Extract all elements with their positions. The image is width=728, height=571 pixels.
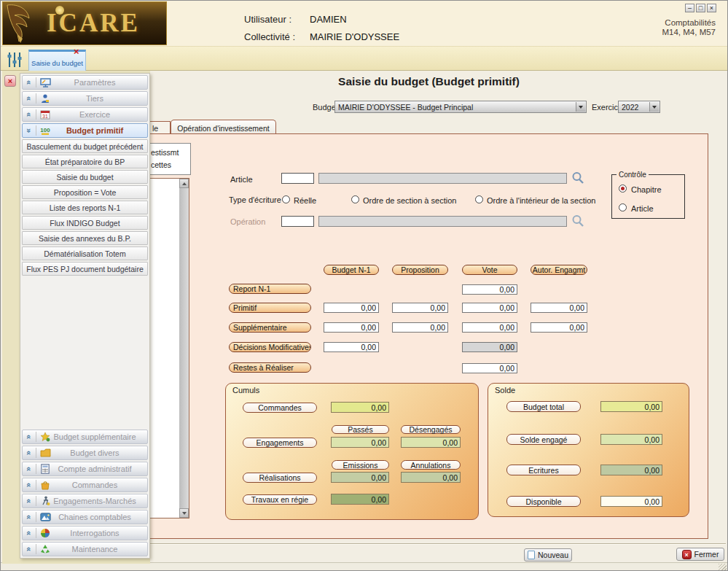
operation-code-input[interactable]	[281, 216, 314, 227]
sidebar-item-flux-indigo[interactable]: Flux INDIGO Budget	[22, 216, 148, 230]
travaux-value	[331, 494, 389, 505]
minimize-button[interactable]: –	[685, 4, 694, 12]
controle-fieldset: Contrôle Chapitre Article	[611, 174, 685, 219]
tab-partial[interactable]: le	[149, 121, 171, 134]
budget-total-button[interactable]: Budget total	[506, 401, 581, 412]
nouveau-button[interactable]: Nouveau	[524, 548, 572, 562]
collectivity-value: MAIRIE D'ODYSSEE	[310, 31, 399, 42]
ecritures-button[interactable]: Ecritures	[506, 465, 581, 475]
sidebar-group-chaines-comptables[interactable]: « Chaines comptables	[22, 510, 148, 524]
row-label-report-n1[interactable]: Report N-1	[229, 284, 311, 294]
fermer-button[interactable]: × Fermer	[676, 548, 724, 561]
cell-restes-vote[interactable]	[462, 363, 517, 373]
annulations-header[interactable]: Annulations	[401, 460, 461, 470]
radio-controle-chapitre[interactable]	[619, 184, 627, 193]
cell-decisions-budget-n1[interactable]	[324, 342, 379, 352]
list-scrollbar[interactable]	[179, 179, 189, 518]
budget-dropdown-arrow-icon[interactable]	[576, 102, 585, 112]
sidebar-group-engagements-marches[interactable]: « Engagements-Marchés	[22, 494, 148, 508]
sidebar-group-budget-divers[interactable]: « Budget divers	[22, 446, 148, 460]
cell-supplementaire-vote[interactable]	[462, 322, 517, 333]
scroll-down-icon[interactable]	[179, 508, 189, 518]
sidebar-item-flux-pes[interactable]: Flux PES PJ document budgétaire	[22, 262, 148, 276]
sidebar-close-button[interactable]: ×	[4, 75, 16, 87]
budget-form-panel: estissmt cettes Article Type d'écriture …	[149, 133, 708, 539]
article-search-icon[interactable]	[571, 171, 584, 184]
chevron-up-icon: «	[25, 462, 34, 475]
commandes-button[interactable]: Commandes	[243, 403, 317, 413]
sidebar-group-budget-supplementaire[interactable]: « Budget supplémentaire	[22, 430, 148, 444]
exercice-select[interactable]: 2022	[618, 101, 660, 113]
radio-reelle[interactable]	[282, 195, 290, 203]
sidebar-item-saisie-du-budget[interactable]: Saisie du budget	[22, 170, 148, 184]
operation-search-icon[interactable]	[571, 214, 584, 228]
article-code-input[interactable]	[281, 173, 314, 184]
desengages-header[interactable]: Désengagés	[401, 425, 461, 434]
chevron-up-icon: «	[25, 527, 34, 540]
sidebar-group-budget-primitif[interactable]: » 100 Budget primitif	[22, 123, 148, 138]
chevron-up-icon: «	[25, 92, 34, 105]
travaux-button[interactable]: Travaux en régie	[243, 494, 317, 505]
engagements-button[interactable]: Engagements	[243, 438, 317, 448]
disponible-button[interactable]: Disponible	[506, 496, 581, 507]
section-line-recettes[interactable]: cettes	[151, 159, 190, 171]
radio-reelle-label[interactable]: Réelle	[294, 196, 316, 205]
cell-supplementaire-proposition[interactable]	[392, 322, 448, 333]
exercice-dropdown-arrow-icon[interactable]	[649, 102, 659, 112]
cell-supplementaire-budget-n1[interactable]	[324, 322, 379, 333]
tab-operation-investissement[interactable]: Opération d'investissement	[171, 120, 276, 134]
chevron-up-icon: «	[25, 430, 34, 443]
radio-controle-article[interactable]	[619, 203, 627, 211]
close-window-button[interactable]: ×	[707, 4, 716, 12]
column-header-budget-n1[interactable]: Budget N-1	[324, 265, 379, 275]
sidebar-group-parametres[interactable]: « Paramètres	[22, 75, 148, 90]
cell-supplementaire-autor[interactable]	[531, 322, 587, 333]
radio-ordre-interieur[interactable]	[475, 195, 483, 203]
solde-engage-value	[600, 434, 662, 445]
realisations-button[interactable]: Réalisations	[243, 473, 317, 483]
emissions-header[interactable]: Emissions	[332, 460, 389, 470]
cell-primitif-proposition[interactable]	[392, 303, 448, 313]
tab-close-icon[interactable]: ×	[74, 47, 79, 56]
radio-chapitre-label[interactable]: Chapitre	[631, 185, 662, 194]
solde-engage-button[interactable]: Solde engagé	[506, 434, 581, 445]
sidebar-item-proposition-vote[interactable]: Proposition = Vote	[22, 185, 148, 199]
sidebar-item-etat-preparatoire[interactable]: État préparatoire du BP	[22, 155, 148, 168]
radio-ordre-section-label[interactable]: Ordre de section à section	[363, 196, 456, 205]
row-label-primitif[interactable]: Primitif	[229, 303, 311, 313]
sidebar-item-saisie-annexes[interactable]: Saisie des annexes du B.P.	[22, 231, 148, 245]
radio-ordre-section[interactable]	[351, 195, 359, 203]
cell-primitif-vote[interactable]	[462, 303, 517, 313]
article-list-box[interactable]	[150, 178, 189, 518]
sidebar-group-commandes[interactable]: « Commandes	[22, 478, 148, 492]
cell-primitif-autor[interactable]	[531, 303, 587, 313]
radio-ordre-interieur-label[interactable]: Ordre à l'intérieur de la section	[487, 196, 595, 205]
sidebar-group-label: Exercice	[52, 110, 147, 119]
sidebar-group-compte-administratif[interactable]: « Compte administratif	[22, 462, 148, 476]
sidebar-item-basculement[interactable]: Basculement du budget précédent	[22, 139, 148, 153]
scroll-up-icon[interactable]	[179, 179, 189, 188]
row-label-decisions-modificatives[interactable]: Décisions Modificatives	[229, 342, 311, 352]
sidebar-item-liste-reports[interactable]: Liste des reports N-1	[22, 201, 148, 214]
sidebar-item-dematerialisation[interactable]: Dématérialisation Totem	[22, 246, 148, 260]
column-header-vote[interactable]: Vote	[462, 265, 517, 275]
row-label-supplementaire[interactable]: Supplémentaire	[229, 322, 311, 333]
section-line-investissement[interactable]: estissmt	[151, 147, 190, 159]
sidebar-group-interrogations[interactable]: « Interrogations	[22, 526, 148, 540]
sidebar-group-label: Engagements-Marchés	[52, 497, 147, 505]
radio-article-label[interactable]: Article	[631, 204, 654, 213]
filters-sliders-icon[interactable]	[5, 50, 24, 69]
passes-header[interactable]: Passés	[332, 425, 389, 434]
sidebar-group-tiers[interactable]: « Tiers	[22, 91, 148, 106]
maximize-button[interactable]: □	[696, 4, 705, 12]
column-header-autor-engagmt[interactable]: Autor. Engagmt	[531, 265, 587, 275]
row-label-restes-a-realiser[interactable]: Restes à Réaliser	[229, 362, 311, 373]
column-header-proposition[interactable]: Proposition	[392, 265, 448, 275]
budget-select[interactable]: MAIRIE D'ODYSSEE - Budget Principal	[334, 101, 587, 113]
shopping-bag-icon	[40, 481, 50, 490]
sidebar-group-maintenance[interactable]: « Maintenance	[22, 542, 148, 556]
cell-primitif-budget-n1[interactable]	[324, 303, 379, 313]
resize-grip[interactable]	[719, 564, 727, 571]
cell-report-n1-vote[interactable]	[462, 284, 517, 295]
sidebar-group-exercice[interactable]: « 31 Exercice	[22, 107, 148, 122]
